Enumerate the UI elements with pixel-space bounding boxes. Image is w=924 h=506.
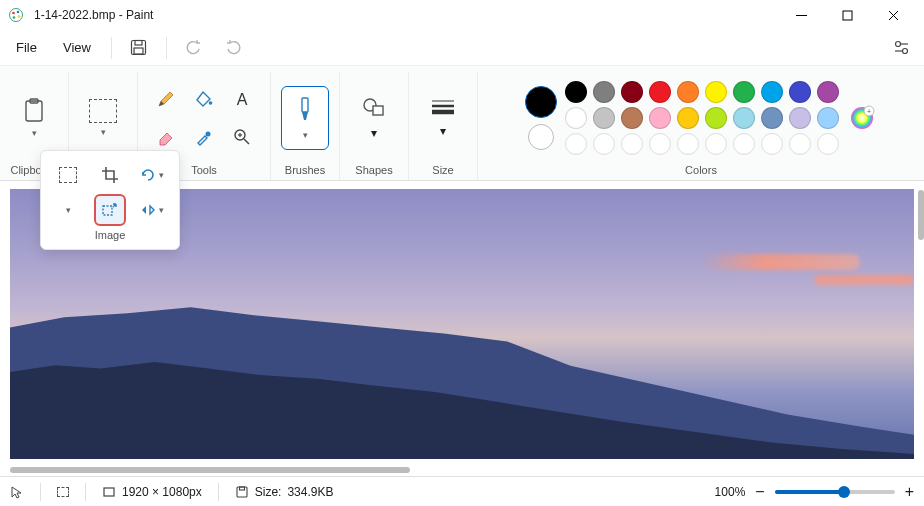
color-swatch[interactable]: [621, 81, 643, 103]
image-select-button[interactable]: [52, 159, 84, 191]
svg-rect-11: [134, 48, 143, 54]
shapes-button[interactable]: ▾: [350, 86, 398, 150]
zoom-out-button[interactable]: −: [755, 483, 764, 501]
color-swatch[interactable]: [761, 81, 783, 103]
edit-colors-button[interactable]: +: [847, 103, 877, 133]
image-panel: ▾ ▾ ▾ Image: [40, 150, 180, 250]
select-button[interactable]: ▾: [79, 86, 127, 150]
color-swatch[interactable]: [705, 81, 727, 103]
color-swatch[interactable]: [705, 107, 727, 129]
color-swatch[interactable]: [593, 81, 615, 103]
group-colors: + Colors: [478, 72, 924, 180]
color-swatch[interactable]: [593, 107, 615, 129]
menu-bar: File View: [0, 30, 924, 66]
chevron-down-icon: ▾: [101, 127, 106, 137]
crop-button[interactable]: [94, 159, 126, 191]
zoom-in-button[interactable]: +: [905, 483, 914, 501]
svg-point-2: [17, 11, 20, 14]
save-button[interactable]: [122, 33, 156, 63]
maximize-button[interactable]: [824, 0, 870, 30]
vertical-scrollbar[interactable]: [918, 190, 924, 240]
svg-point-18: [209, 101, 213, 105]
paste-button[interactable]: ▾: [10, 86, 58, 150]
color-swatch[interactable]: [649, 81, 671, 103]
color-swatch[interactable]: [789, 107, 811, 129]
chevron-down-icon: ▾: [303, 130, 308, 140]
color-swatch[interactable]: [677, 81, 699, 103]
group-brushes: ▾ Brushes: [271, 72, 340, 180]
picker-tool[interactable]: [186, 119, 222, 155]
svg-rect-36: [237, 487, 247, 497]
title-bar: 1-14-2022.bmp - Paint: [0, 0, 924, 30]
zoom-slider[interactable]: [775, 490, 895, 494]
color-swatch[interactable]: [789, 81, 811, 103]
color-swatch[interactable]: [677, 107, 699, 129]
svg-rect-6: [843, 11, 852, 20]
magnifier-tool[interactable]: [224, 119, 260, 155]
horizontal-scrollbar[interactable]: [10, 467, 410, 473]
color-swatch-empty[interactable]: [565, 133, 587, 155]
minimize-button[interactable]: [778, 0, 824, 30]
window-title: 1-14-2022.bmp - Paint: [34, 8, 153, 22]
image-select-chevron[interactable]: ▾: [52, 194, 84, 226]
undo-button[interactable]: [177, 33, 211, 63]
redo-button[interactable]: [217, 33, 251, 63]
status-bar: 1920 × 1080px Size: 334.9KB 100% − +: [0, 476, 924, 506]
rotate-button[interactable]: ▾: [136, 159, 168, 191]
color2-swatch[interactable]: [528, 124, 554, 150]
fill-tool[interactable]: [186, 81, 222, 117]
close-button[interactable]: [870, 0, 916, 30]
resize-button[interactable]: [94, 194, 126, 226]
chevron-down-icon: ▾: [32, 128, 37, 138]
size-label: Size:: [255, 485, 282, 499]
text-tool[interactable]: A: [224, 81, 260, 117]
color-swatch-empty[interactable]: [761, 133, 783, 155]
svg-text:A: A: [237, 91, 248, 108]
horizontal-scrollbar-track: [10, 465, 914, 475]
color1-swatch[interactable]: [525, 86, 557, 118]
pencil-tool[interactable]: [148, 81, 184, 117]
color-swatch[interactable]: [621, 107, 643, 129]
group-label: Size: [432, 160, 453, 178]
dimensions-value: 1920 × 1080px: [122, 485, 202, 499]
svg-point-1: [12, 12, 15, 15]
color-swatch[interactable]: [565, 81, 587, 103]
color-swatch[interactable]: [733, 81, 755, 103]
color-swatch[interactable]: [817, 81, 839, 103]
svg-rect-35: [104, 488, 114, 496]
color-swatch-empty[interactable]: [733, 133, 755, 155]
app-icon: [8, 7, 24, 23]
group-label: Brushes: [285, 160, 325, 178]
size-button[interactable]: ▾: [419, 86, 467, 150]
color-swatch-empty[interactable]: [649, 133, 671, 155]
svg-point-20: [206, 132, 211, 137]
image-panel-label: Image: [47, 227, 173, 243]
color-palette: [565, 81, 839, 155]
flip-button[interactable]: ▾: [136, 194, 168, 226]
group-label: Tools: [191, 160, 217, 178]
svg-point-0: [10, 9, 23, 22]
color-swatch[interactable]: [817, 107, 839, 129]
size-value: 334.9KB: [287, 485, 333, 499]
color-swatch[interactable]: [565, 107, 587, 129]
settings-button[interactable]: [884, 33, 918, 63]
color-swatch-empty[interactable]: [677, 133, 699, 155]
color-swatch[interactable]: [761, 107, 783, 129]
color-swatch-empty[interactable]: [705, 133, 727, 155]
color-swatch-empty[interactable]: [593, 133, 615, 155]
menu-view[interactable]: View: [53, 34, 101, 61]
color-swatch[interactable]: [733, 107, 755, 129]
color-swatch[interactable]: [649, 107, 671, 129]
color-swatch-empty[interactable]: [817, 133, 839, 155]
color-swatch-empty[interactable]: [789, 133, 811, 155]
brushes-button[interactable]: ▾: [281, 86, 329, 150]
group-label: Colors: [685, 160, 717, 178]
svg-rect-27: [373, 106, 383, 115]
selection-size: [57, 487, 69, 497]
svg-rect-16: [26, 101, 42, 121]
separator: [111, 37, 112, 59]
file-size: Size: 334.9KB: [235, 485, 334, 499]
chevron-down-icon: ▾: [440, 124, 446, 138]
menu-file[interactable]: File: [6, 34, 47, 61]
color-swatch-empty[interactable]: [621, 133, 643, 155]
